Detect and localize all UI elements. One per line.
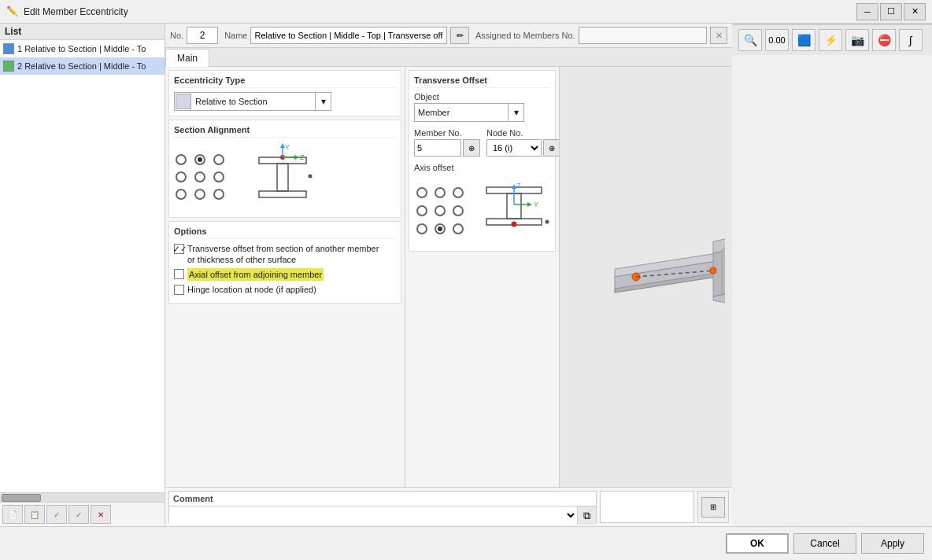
checkbox-transverse-offset[interactable]: ✓ xyxy=(174,244,184,254)
node-no-group: Node No. 16 (i) 16 (j) ⊕ xyxy=(486,128,559,157)
sidebar-color-2 xyxy=(3,61,14,72)
confirm-button[interactable]: ✓ xyxy=(46,505,67,524)
close-button[interactable]: ✕ xyxy=(904,3,926,20)
name-edit-button[interactable]: ✏ xyxy=(450,27,469,44)
no-input[interactable] xyxy=(187,27,218,44)
sidebar-item-label-1: 1 Relative to Section | Middle - To xyxy=(17,44,146,53)
viz-panel xyxy=(559,67,732,487)
assigned-label: Assigned to Members No. xyxy=(475,31,575,40)
checkbox-hinge[interactable] xyxy=(174,285,184,295)
axis-radio-br[interactable] xyxy=(453,223,464,234)
option-row-1: ✓ Transverse offset from section of anot… xyxy=(174,243,396,265)
assigned-input[interactable] xyxy=(579,27,707,44)
dialog-buttons: OK Cancel Apply xyxy=(0,526,932,560)
apply-button[interactable]: Apply xyxy=(861,533,924,554)
svg-point-31 xyxy=(710,267,716,274)
svg-marker-8 xyxy=(294,155,299,160)
radio-br[interactable] xyxy=(213,189,224,200)
cancel-button[interactable]: Cancel xyxy=(793,533,856,554)
form-body: Eccentricity Type Relative to Section ▾ … xyxy=(165,67,732,526)
ok-button[interactable]: OK xyxy=(726,533,789,554)
member-no-row: ⊕ xyxy=(414,139,480,157)
axis-offset-row: Z Y xyxy=(414,175,550,246)
axis-radio-tc[interactable] xyxy=(435,187,446,198)
bottom-toolbar: 🔍 0.00 🟦 ⚡ 📷 ⛔ ∫ xyxy=(732,24,932,55)
section-alignment-label: Section Alignment xyxy=(174,125,396,138)
svg-marker-28 xyxy=(722,248,725,294)
svg-point-14 xyxy=(512,222,517,227)
node-no-select[interactable]: 16 (i) 16 (j) xyxy=(486,139,542,157)
sidebar-item-2[interactable]: 2 Relative to Section | Middle - To xyxy=(0,57,165,75)
assigned-del-button[interactable]: ✕ xyxy=(710,27,727,44)
object-dropdown-arrow[interactable]: ▾ xyxy=(508,104,523,121)
comment-select[interactable] xyxy=(169,506,577,525)
toolbar-block-btn[interactable]: ⛔ xyxy=(872,29,896,51)
comment-copy-btn[interactable]: ⧉ xyxy=(577,506,596,525)
ecc-dropdown-arrow[interactable]: ▾ xyxy=(315,93,331,110)
node-no-select-btn[interactable]: ⊕ xyxy=(543,139,559,157)
axis-radio-bl[interactable] xyxy=(416,223,427,234)
axis-radio-bc[interactable] xyxy=(435,223,446,234)
panel-header-no: No. xyxy=(170,27,218,44)
node-no-row: 16 (i) 16 (j) ⊕ xyxy=(486,139,559,157)
comment-section: Comment ⧉ xyxy=(168,491,597,523)
member-node-row: Member No. ⊕ Node No. xyxy=(414,128,550,157)
toolbar-decimal-btn[interactable]: 0.00 xyxy=(765,29,789,51)
svg-point-21 xyxy=(546,220,549,224)
comment-extra-btn[interactable]: ⊞ xyxy=(701,497,725,518)
toolbar-integral-btn[interactable]: ∫ xyxy=(899,29,923,51)
svg-text:Z: Z xyxy=(516,182,521,190)
option-label-hinge: Hinge location at node (if applied) xyxy=(187,284,316,295)
delete-button[interactable]: ✕ xyxy=(91,505,111,524)
radio-tc[interactable] xyxy=(194,154,205,165)
main-panel: No. Name ✏ Assigned to Members No. ✕ Mai… xyxy=(165,24,732,526)
axis-radio-mr[interactable] xyxy=(453,205,464,216)
no-label: No. xyxy=(170,31,183,40)
section-alignment-section: Section Alignment xyxy=(168,120,401,218)
sidebar-hscrollbar[interactable] xyxy=(0,492,165,502)
new-item-button[interactable]: 📄 xyxy=(2,505,23,524)
transverse-offset-section: Transverse Offset Object Member ▾ xyxy=(409,70,556,252)
radio-bl[interactable] xyxy=(176,189,187,200)
radio-ml[interactable] xyxy=(176,171,187,182)
svg-rect-1 xyxy=(277,164,288,191)
svg-text:Y: Y xyxy=(534,201,538,208)
option-label-transverse: Transverse offset from section of anothe… xyxy=(187,243,379,265)
copy-item-button[interactable]: 📋 xyxy=(24,505,45,524)
member-no-label: Member No. xyxy=(414,128,480,138)
name-input[interactable] xyxy=(250,27,447,44)
radio-mc[interactable] xyxy=(194,171,205,182)
sidebar-scrollbar-thumb[interactable] xyxy=(2,494,41,502)
object-dropdown[interactable]: Member ▾ xyxy=(414,103,524,122)
tab-bar: Main xyxy=(165,48,732,67)
name-label: Name xyxy=(224,31,247,40)
axis-offset-radios xyxy=(414,185,466,237)
ecc-dropdown-text: Relative to Section xyxy=(192,97,315,106)
maximize-button[interactable]: ☐ xyxy=(880,3,902,20)
confirm2-button[interactable]: ✓ xyxy=(68,505,89,524)
tab-main[interactable]: Main xyxy=(165,49,209,67)
radio-bc[interactable] xyxy=(194,189,205,200)
sidebar-item-1[interactable]: 1 Relative to Section | Middle - To xyxy=(0,40,165,57)
toolbar-bolt-btn[interactable]: ⚡ xyxy=(819,29,842,51)
axis-radio-mc[interactable] xyxy=(435,205,446,216)
toolbar-color-btn[interactable]: 🟦 xyxy=(792,29,816,51)
member-no-input[interactable] xyxy=(414,139,461,157)
radio-tr[interactable] xyxy=(213,154,224,165)
checkbox-axial-offset[interactable] xyxy=(174,269,184,279)
axis-radio-ml[interactable] xyxy=(416,205,427,216)
beam-diagram: Y Z xyxy=(251,142,314,212)
minimize-button[interactable]: ─ xyxy=(856,3,878,20)
eccentricity-type-dropdown[interactable]: Relative to Section ▾ xyxy=(174,92,331,111)
toolbar-search-btn[interactable]: 🔍 xyxy=(738,29,762,51)
node-no-label: Node No. xyxy=(486,128,559,138)
toolbar-camera-btn[interactable]: 📷 xyxy=(845,29,869,51)
member-no-select-btn[interactable]: ⊕ xyxy=(463,139,480,157)
radio-tl[interactable] xyxy=(176,154,187,165)
sidebar-item-label-2: 2 Relative to Section | Middle - To xyxy=(17,61,146,71)
radio-mr[interactable] xyxy=(213,171,224,182)
axis-radio-tl[interactable] xyxy=(416,187,427,198)
comment-area: Comment ⧉ ⊞ xyxy=(165,487,732,526)
3d-visualization xyxy=(568,214,725,356)
axis-radio-tr[interactable] xyxy=(453,187,464,198)
